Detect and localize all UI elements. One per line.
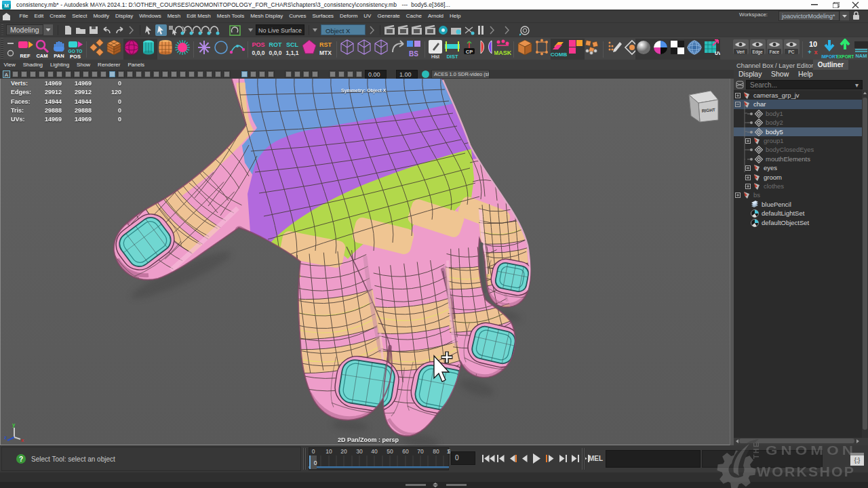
- svg-text:THE: THE: [752, 442, 760, 460]
- svg-text:WORKSHOP: WORKSHOP: [757, 464, 855, 479]
- svg-text:GNOMON: GNOMON: [766, 444, 856, 458]
